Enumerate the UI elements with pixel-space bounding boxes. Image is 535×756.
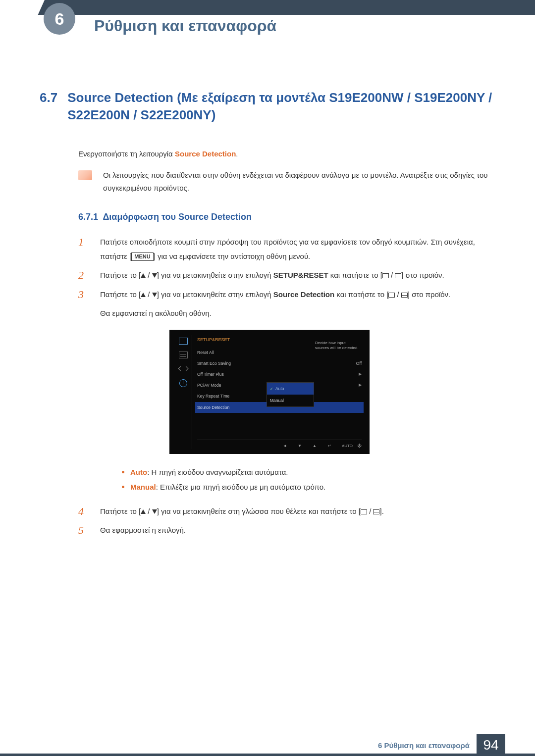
left-icon: ◄ — [282, 442, 287, 446]
up-icon: ▲ — [312, 442, 317, 446]
down-arrow-icon — [152, 509, 157, 514]
footer-page-number: 94 — [477, 734, 505, 756]
bullet-text: : Η πηγή εισόδου αναγνωρίζεται αυτόματα. — [147, 468, 288, 476]
bullet-text: : Επιλέξτε μια πηγή εισόδου με μη αυτόμα… — [156, 483, 325, 491]
info-icon: i — [179, 379, 187, 387]
rect-k-icon — [373, 509, 379, 514]
section-title: Source Detection (Με εξαίρεση τα μοντέλα… — [67, 89, 495, 124]
subsection-number: 6.7.1 — [78, 212, 98, 222]
osd-submenu-selected: Auto — [267, 383, 314, 395]
step-body: Θα εφαρμοστεί η επιλογή. — [100, 523, 495, 538]
intro-text: Ενεργοποιήστε τη λειτουργία Source Detec… — [78, 150, 495, 158]
bullet-list: Auto: Η πηγή εισόδου αναγνωρίζεται αυτόμ… — [122, 465, 495, 495]
step-1: 1 Πατήστε οποιοδήποτε κουμπί στην πρόσοψ… — [78, 235, 495, 263]
step-body: Πατήστε οποιοδήποτε κουμπί στην πρόσοψη … — [100, 235, 495, 263]
note-text: Οι λειτουργίες που διατίθενται στην οθόν… — [103, 169, 495, 194]
intro-prefix: Ενεργοποιήστε τη λειτουργία — [78, 150, 175, 158]
footer-chapter: 6 Ρύθμιση και επαναφορά — [378, 741, 470, 750]
up-arrow-icon — [141, 293, 146, 297]
source-detection-label: Source Detection — [273, 290, 334, 299]
down-arrow-icon — [152, 293, 157, 297]
resize-icon — [179, 365, 188, 372]
step-4: 4 Πατήστε το [ / ] για να μετακινηθείτε … — [78, 504, 495, 519]
osd-screenshot: i SETUP&RESET Reset All Smart Eco Saving… — [169, 330, 370, 454]
page-title: Ρύθμιση και επαναφορά — [94, 17, 276, 35]
section-number: 6.7 — [40, 89, 57, 124]
step-text: ] για να εμφανίσετε την αντίστοιχη οθόνη… — [154, 252, 311, 260]
step-5: 5 Θα εφαρμοστεί η επιλογή. — [78, 523, 495, 538]
step-followup: Θα εμφανιστεί η ακόλουθη οθόνη. — [100, 306, 495, 321]
monitor-icon — [179, 338, 188, 345]
osd-item: Off Timer Plus▶ — [197, 369, 362, 380]
rect-icon — [388, 293, 395, 298]
note-icon — [78, 170, 92, 180]
page-footer: 6 Ρύθμιση και επαναφορά 94 — [0, 734, 535, 756]
step-text: Πατήστε το [ — [100, 290, 141, 299]
bullet-item: Auto: Η πηγή εισόδου αναγνωρίζεται αυτόμ… — [122, 465, 495, 480]
bullet-dot-icon — [122, 471, 124, 473]
step-text: ] για να μετακινηθείτε στη γλώσσα που θέ… — [157, 507, 361, 515]
chapter-badge: 6 — [44, 3, 75, 35]
step-number: 5 — [78, 523, 91, 538]
step-number: 2 — [78, 268, 91, 283]
down-arrow-icon — [152, 273, 157, 278]
step-text: ] στο προϊόν. — [408, 290, 450, 299]
step-text: ] για να μετακινηθείτε στην επιλογή — [157, 290, 273, 299]
rect-icon — [382, 273, 389, 278]
step-2: 2 Πατήστε το [ / ] για να μετακινηθείτε … — [78, 268, 495, 283]
step-text: ] στο προϊόν. — [401, 271, 444, 279]
bullet-dot-icon — [122, 486, 124, 488]
step-number: 1 — [78, 235, 91, 263]
rect-icon — [361, 509, 367, 514]
osd-submenu: Auto Manual — [267, 382, 314, 407]
step-text: ]. — [379, 507, 383, 515]
step-text: Πατήστε το [ — [100, 271, 141, 279]
top-strip — [0, 0, 535, 15]
step-text: Πατήστε το [ — [100, 507, 141, 515]
step-text: και πατήστε το [ — [334, 290, 388, 299]
down-icon: ▼ — [297, 442, 302, 446]
bullet-item: Manual: Επιλέξτε μια πηγή εισόδου με μη … — [122, 480, 495, 495]
subsection-heading: 6.7.1 Διαμόρφωση του Source Detection — [78, 212, 495, 222]
enter-icon: ↵ — [327, 442, 332, 446]
up-arrow-icon — [141, 509, 146, 514]
osd-main: SETUP&RESET Reset All Smart Eco SavingOf… — [192, 335, 365, 449]
osd-item: Smart Eco SavingOff — [197, 358, 362, 369]
rect-k-icon — [395, 273, 401, 278]
footer-strip — [0, 754, 535, 756]
note-row: Οι λειτουργίες που διατίθενται στην οθόν… — [78, 169, 495, 194]
step-number: 3 — [78, 288, 91, 500]
menu-button-label: MENU — [131, 252, 153, 261]
osd-sidebar: i — [174, 335, 192, 449]
auto-label: AUTO — [342, 442, 347, 446]
step-text: και πατήστε το [ — [328, 271, 382, 279]
section-heading: 6.7 Source Detection (Με εξαίρεση τα μον… — [40, 89, 495, 124]
list-icon — [179, 352, 188, 358]
step-body: Πατήστε το [ / ] για να μετακινηθείτε στ… — [100, 268, 495, 283]
bullet-label: Manual — [130, 483, 156, 491]
step-text: ] για να μετακινηθείτε στην επιλογή — [157, 271, 273, 279]
content: 6.7 Source Detection (Με εξαίρεση τα μον… — [40, 89, 495, 543]
intro-suffix: . — [236, 150, 238, 158]
step-3: 3 Πατήστε το [ / ] για να μετακινηθείτε … — [78, 288, 495, 500]
setup-reset-label: SETUP&RESET — [273, 271, 328, 279]
bullet-label: Auto — [130, 468, 147, 476]
step-body: Πατήστε το [ / ] για να μετακινηθείτε στ… — [100, 504, 495, 519]
step-number: 4 — [78, 504, 91, 519]
osd-submenu-item: Manual — [267, 395, 314, 406]
intro-highlight: Source Detection — [175, 150, 236, 158]
step-body: Πατήστε το [ / ] για να μετακινηθείτε στ… — [100, 288, 495, 500]
rect-k-icon — [401, 293, 408, 298]
power-icon: ⏻ — [357, 442, 362, 446]
up-arrow-icon — [141, 273, 146, 278]
subsection-title: Διαμόρφωση του Source Detection — [103, 212, 252, 222]
steps: 1 Πατήστε οποιοδήποτε κουμπί στην πρόσοψ… — [78, 235, 495, 538]
osd-description: Decide how input sources will be detecte… — [315, 341, 360, 351]
osd-footer: ◄ ▼ ▲ ↵ AUTO ⏻ — [197, 440, 362, 446]
